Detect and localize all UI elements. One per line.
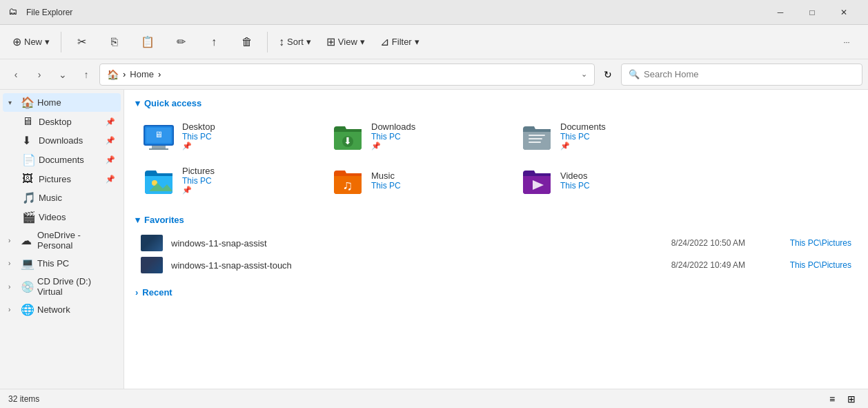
window-controls: ─ □ ✕	[765, 0, 860, 25]
videos-folder-name: Videos	[560, 171, 590, 181]
toolbar-separator-2	[267, 32, 268, 52]
documents-icon: 📄	[22, 153, 34, 166]
sidebar-item-pictures[interactable]: 🖼 Pictures 📌	[17, 170, 121, 188]
fav-item-2[interactable]: windows-11-snap-assist-touch 8/24/2022 1…	[135, 254, 857, 276]
address-bar[interactable]: 🏠 › Home › ⌄	[99, 64, 595, 86]
music-folder-sub: This PC	[371, 181, 401, 191]
svg-rect-2	[152, 146, 166, 148]
filter-button[interactable]: ⊿ Filter ▾	[373, 28, 426, 57]
sort-icon: ↕	[279, 36, 284, 48]
forward-button[interactable]: ›	[29, 64, 50, 85]
cut-button[interactable]: ✂	[66, 28, 97, 57]
fav-name-2: windows-11-snap-assist-touch	[171, 260, 663, 271]
sidebar-thispc-label: This PC	[37, 258, 115, 269]
quick-access-header[interactable]: ▾ Quick access	[135, 98, 857, 108]
share-button[interactable]: ↑	[198, 28, 230, 57]
sort-button[interactable]: ↕ Sort ▾	[272, 28, 318, 57]
pictures-folder-info: Pictures This PC 📌	[182, 166, 215, 195]
copy-icon: ⎘	[111, 36, 118, 48]
sidebar: ▾ 🏠 Home 🖥 Desktop 📌 ⬇ Downloads 📌 📄 Doc…	[0, 90, 124, 389]
folder-item-downloads[interactable]: ⬇ Downloads This PC 📌	[324, 115, 511, 157]
favorites-header[interactable]: ▾ Favorites	[135, 215, 857, 225]
status-items-count: 32 items	[8, 394, 39, 404]
sidebar-pictures-label: Pictures	[39, 174, 101, 184]
downloads-pin: 📌	[371, 142, 415, 150]
pictures-folder-sub: This PC	[182, 176, 215, 186]
sidebar-cddrive-label: CD Drive (D:) Virtual	[37, 276, 115, 297]
cddrive-expand-arrow: ›	[8, 283, 17, 291]
folder-item-pictures[interactable]: Pictures This PC 📌	[135, 159, 322, 201]
svg-text:⬇: ⬇	[344, 135, 352, 146]
svg-rect-9	[529, 138, 542, 139]
more-button[interactable]: ···	[831, 28, 862, 57]
sidebar-item-downloads[interactable]: ⬇ Downloads 📌	[17, 131, 121, 150]
music-folder-icon: ♫	[331, 164, 364, 197]
quick-access-label: Quick access	[144, 98, 201, 108]
pictures-pin: 📌	[182, 186, 215, 195]
downloads-pin-icon: 📌	[106, 136, 115, 145]
search-input[interactable]	[644, 69, 855, 79]
recent-header[interactable]: › Recent	[135, 287, 857, 298]
downloads-folder-name: Downloads	[371, 122, 415, 132]
sidebar-item-desktop[interactable]: 🖥 Desktop 📌	[17, 113, 121, 130]
documents-pin: 📌	[560, 142, 606, 150]
new-button[interactable]: ⊕ New ▾	[6, 28, 57, 57]
fav-location-1: This PC\Pictures	[790, 238, 851, 248]
delete-button[interactable]: 🗑	[231, 28, 263, 57]
videos-folder-info: Videos This PC	[560, 171, 590, 191]
sidebar-item-onedrive[interactable]: › ☁ OneDrive - Personal	[3, 227, 121, 253]
copy-button[interactable]: ⎘	[99, 28, 130, 57]
new-icon: ⊕	[12, 35, 21, 48]
network-expand-arrow: ›	[8, 306, 17, 313]
desktop-folder-icon: 🖥	[142, 119, 175, 153]
view-button[interactable]: ⊞ View ▾	[319, 28, 372, 57]
sidebar-documents-label: Documents	[39, 155, 101, 165]
downloads-icon: ⬇	[22, 134, 34, 147]
folder-item-documents[interactable]: Documents This PC 📌	[513, 115, 700, 157]
more-icon: ···	[843, 38, 849, 46]
sidebar-item-music[interactable]: 🎵 Music	[17, 188, 121, 207]
refresh-button[interactable]: ↻	[598, 64, 618, 85]
back-button[interactable]: ‹	[6, 64, 26, 85]
rename-button[interactable]: ✏	[165, 28, 197, 57]
documents-pin-icon: 📌	[106, 155, 115, 164]
sidebar-item-videos[interactable]: 🎬 Videos	[17, 208, 121, 226]
documents-folder-icon	[520, 119, 553, 153]
list-view-button[interactable]: ≡	[824, 391, 840, 407]
fav-item-1[interactable]: windows-11-snap-assist 8/24/2022 10:50 A…	[135, 232, 857, 254]
maximize-button[interactable]: □	[796, 0, 828, 25]
paste-button[interactable]: 📋	[132, 28, 164, 57]
sidebar-music-label: Music	[39, 193, 115, 203]
pictures-folder-icon	[142, 164, 175, 197]
minimize-button[interactable]: ─	[765, 0, 796, 25]
fav-location-2: This PC\Pictures	[790, 260, 851, 270]
videos-icon: 🎬	[22, 211, 34, 224]
search-bar[interactable]: 🔍	[621, 64, 862, 86]
share-icon: ↑	[211, 36, 217, 48]
sidebar-item-cddrive[interactable]: › 💿 CD Drive (D:) Virtual	[3, 273, 121, 300]
folder-item-desktop[interactable]: 🖥 Desktop This PC 📌	[135, 115, 322, 157]
sidebar-item-documents[interactable]: 📄 Documents 📌	[17, 150, 121, 169]
address-path: Home	[130, 69, 154, 79]
view-arrow: ▾	[360, 37, 365, 47]
folder-item-music[interactable]: ♫ Music This PC	[324, 159, 511, 201]
svg-text:🖥: 🖥	[155, 130, 163, 139]
paste-icon: 📋	[141, 35, 155, 48]
pictures-folder-name: Pictures	[182, 166, 215, 176]
home-icon: 🏠	[107, 69, 119, 80]
sidebar-item-home[interactable]: ▾ 🏠 Home	[3, 93, 121, 112]
filter-icon: ⊿	[380, 35, 389, 48]
thispc-expand-arrow: ›	[8, 260, 17, 267]
status-bar: 32 items ≡ ⊞	[0, 389, 868, 408]
title-bar: 🗂 File Explorer ─ □ ✕	[0, 0, 868, 25]
svg-text:♫: ♫	[343, 177, 353, 193]
sidebar-item-network[interactable]: › 🌐 Network	[3, 300, 121, 319]
close-button[interactable]: ✕	[828, 0, 860, 25]
desktop-pin-icon: 📌	[106, 117, 115, 126]
recent-locations-button[interactable]: ⌄	[52, 64, 73, 85]
grid-view-button[interactable]: ⊞	[843, 391, 860, 407]
up-button[interactable]: ↑	[76, 64, 97, 85]
folder-item-videos[interactable]: Videos This PC	[513, 159, 700, 201]
sidebar-item-thispc[interactable]: › 💻 This PC	[3, 254, 121, 273]
desktop-folder-sub: This PC	[182, 132, 215, 142]
